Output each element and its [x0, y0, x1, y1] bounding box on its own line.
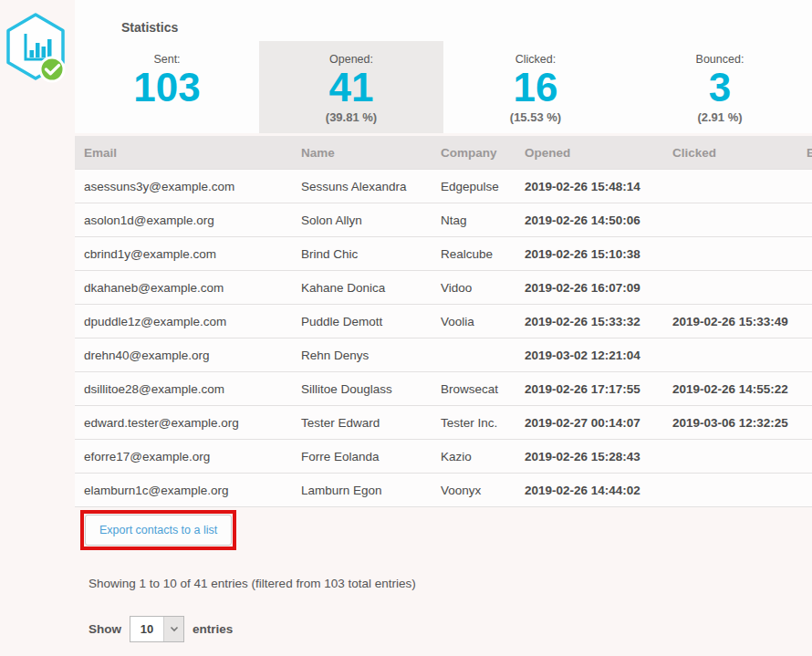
table-row: asolon1d@example.org Solon Allyn Ntag 20…	[75, 203, 812, 237]
table-row: dpuddle1z@example.com Puddle Demott Vool…	[75, 305, 812, 338]
contact-clicked-time	[663, 440, 797, 474]
contacts-table: Email Name Company Opened Clicked E ases…	[75, 136, 812, 507]
contact-extra-cell	[797, 338, 812, 372]
contact-name: Sillitoe Douglass	[292, 372, 432, 406]
contact-opened-time: 2019-02-26 15:10:38	[515, 237, 663, 271]
contact-clicked-time	[663, 338, 797, 372]
table-row: drehn40@example.org Rehn Denys 2019-03-0…	[75, 338, 812, 372]
contact-opened-time: 2019-02-27 00:14:07	[515, 406, 663, 440]
contact-name: Sessuns Alexandra	[292, 170, 432, 203]
page-title: Statistics	[121, 20, 178, 35]
contact-email-link[interactable]: edward.tester@example.org	[75, 406, 292, 440]
table-row: dsillitoe28@example.com Sillitoe Douglas…	[75, 372, 812, 406]
table-header-row: Email Name Company Opened Clicked E	[75, 136, 812, 170]
page-size-value: 10	[130, 617, 163, 641]
contact-company: Browsecat	[432, 372, 515, 406]
contact-company	[432, 338, 515, 372]
entries-summary: Showing 1 to 10 of 41 entries (filtered …	[88, 571, 428, 597]
contact-clicked-time: 2019-02-26 14:55:22	[663, 372, 797, 406]
contact-email-link[interactable]: asessuns3y@example.com	[75, 170, 292, 203]
stat-value: 103	[75, 67, 259, 109]
stat-label: Opened:	[259, 53, 443, 66]
stat-label: Clicked:	[443, 53, 628, 66]
contact-clicked-time	[663, 271, 797, 305]
table-row: edward.tester@example.org Tester Edward …	[75, 406, 812, 440]
contact-opened-time: 2019-03-02 12:21:04	[515, 338, 663, 372]
contact-company: Ntag	[432, 203, 515, 237]
contact-opened-time: 2019-02-26 15:28:43	[515, 440, 663, 474]
column-header-name[interactable]: Name	[292, 136, 432, 170]
contact-name: Lamburn Egon	[292, 474, 432, 507]
contact-company: Voolia	[432, 305, 515, 338]
contact-extra-cell	[797, 203, 812, 237]
table-row: dkahaneb@example.com Kahane Donica Vidoo…	[75, 271, 812, 305]
contact-clicked-time: 2019-03-06 12:32:25	[663, 406, 797, 440]
stat-box-sent[interactable]: Sent: 103	[75, 41, 259, 133]
contact-clicked-time	[663, 203, 797, 237]
contact-name: Puddle Demott	[292, 305, 432, 338]
contact-email-link[interactable]: dpuddle1z@example.com	[75, 305, 292, 338]
stat-percent: (15.53 %)	[443, 110, 628, 124]
contact-name: Tester Edward	[292, 406, 432, 440]
contact-opened-time: 2019-02-26 15:48:14	[515, 170, 663, 203]
contact-email-link[interactable]: drehn40@example.org	[75, 338, 292, 372]
export-contacts-button[interactable]: Export contacts to a list	[85, 515, 232, 546]
contact-extra-cell	[797, 237, 812, 271]
contact-extra-cell	[797, 406, 812, 440]
contact-email-link[interactable]: dsillitoe28@example.com	[75, 372, 292, 406]
contact-company: Realcube	[432, 237, 515, 271]
contact-email-link[interactable]: elamburn1c@example.org	[75, 474, 292, 507]
stat-label: Sent:	[75, 53, 259, 66]
column-header-company[interactable]: Company	[432, 136, 515, 170]
table-row: eforre17@example.org Forre Eolanda Kazio…	[75, 440, 812, 474]
contact-extra-cell	[797, 372, 812, 406]
contact-opened-time: 2019-02-26 17:17:55	[515, 372, 663, 406]
stat-percent: (2.91 %)	[628, 110, 812, 124]
contact-email-link[interactable]: asolon1d@example.org	[75, 203, 292, 237]
column-header-email[interactable]: Email	[75, 136, 292, 170]
stat-percent: (39.81 %)	[259, 110, 443, 124]
statistics-hexagon-icon	[4, 12, 73, 90]
column-header-cutoff[interactable]: E	[797, 136, 812, 170]
contact-extra-cell	[797, 474, 812, 507]
contact-email-link[interactable]: cbrind1y@example.com	[75, 237, 292, 271]
stat-percent	[75, 110, 259, 124]
page-size-control: Show 10 entries	[88, 616, 233, 642]
table-row: cbrind1y@example.com Brind Chic Realcube…	[75, 237, 812, 271]
stat-box-opened[interactable]: Opened: 41 (39.81 %)	[259, 41, 443, 133]
contact-email-link[interactable]: eforre17@example.org	[75, 440, 292, 474]
check-circle-icon	[40, 57, 64, 81]
page-size-select[interactable]: 10	[130, 616, 184, 642]
contact-company: Kazio	[432, 440, 515, 474]
stat-box-clicked[interactable]: Clicked: 16 (15.53 %)	[443, 41, 628, 133]
stat-value: 16	[443, 67, 628, 109]
contact-opened-time: 2019-02-26 15:33:32	[515, 305, 663, 338]
contact-name: Solon Allyn	[292, 203, 432, 237]
contact-opened-time: 2019-02-26 16:07:09	[515, 271, 663, 305]
contact-company: Voonyx	[432, 474, 515, 507]
contact-extra-cell	[797, 170, 812, 203]
stat-row: Sent: 103 Opened: 41 (39.81 %) Clicked: …	[75, 41, 812, 133]
contact-extra-cell	[797, 271, 812, 305]
contact-extra-cell	[797, 440, 812, 474]
contact-name: Kahane Donica	[292, 271, 432, 305]
stat-box-bounced[interactable]: Bounced: 3 (2.91 %)	[628, 41, 812, 133]
entries-label: entries	[193, 622, 233, 636]
column-header-opened[interactable]: Opened	[515, 136, 663, 170]
contact-email-link[interactable]: dkahaneb@example.com	[75, 271, 292, 305]
table-row: elamburn1c@example.org Lamburn Egon Voon…	[75, 474, 812, 507]
contact-extra-cell	[797, 305, 812, 338]
chevron-down-icon	[163, 617, 183, 641]
contacts-tbody: asessuns3y@example.com Sessuns Alexandra…	[75, 170, 812, 507]
contact-company: Edgepulse	[432, 170, 515, 203]
column-header-clicked[interactable]: Clicked	[663, 136, 797, 170]
stat-value: 3	[628, 67, 812, 109]
contact-clicked-time	[663, 474, 797, 507]
contact-name: Brind Chic	[292, 237, 432, 271]
table-row: asessuns3y@example.com Sessuns Alexandra…	[75, 170, 812, 203]
contact-company: Vidoo	[432, 271, 515, 305]
contact-opened-time: 2019-02-26 14:50:06	[515, 203, 663, 237]
contact-clicked-time: 2019-02-26 15:33:49	[663, 305, 797, 338]
show-label: Show	[88, 622, 121, 636]
red-highlight-annotation: Export contacts to a list	[80, 510, 236, 550]
